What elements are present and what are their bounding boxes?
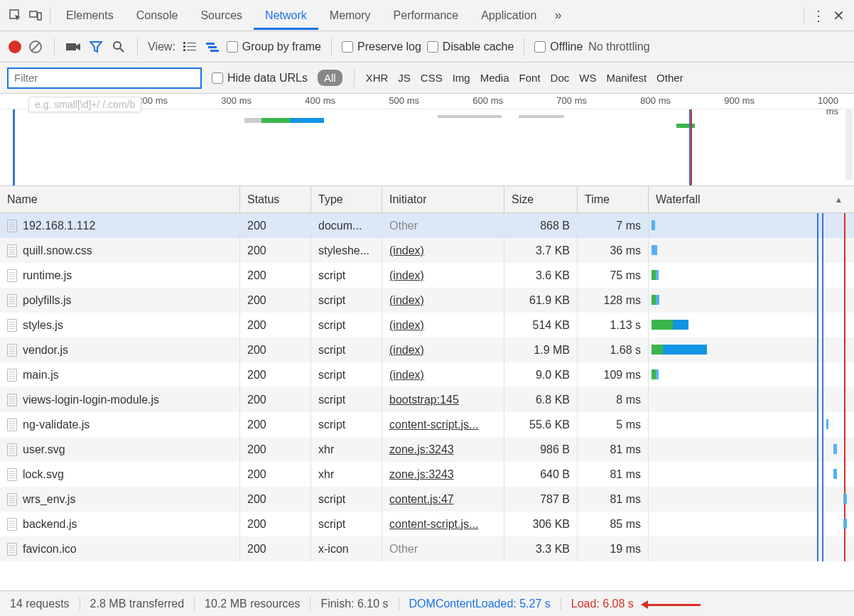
clear-icon[interactable] <box>27 38 44 55</box>
kebab-menu-icon[interactable]: ⋮ <box>809 6 828 26</box>
table-row[interactable]: ng-validate.js200scriptcontent-script.js… <box>0 412 854 437</box>
time-cell: 36 ms <box>578 238 649 263</box>
table-row[interactable]: favicon.ico200x-iconOther3.3 KB19 ms <box>0 536 854 561</box>
filter-media[interactable]: Media <box>480 70 509 85</box>
table-row[interactable]: main.js200script(index)9.0 KB109 ms <box>0 362 854 387</box>
request-name: runtime.js <box>23 269 72 282</box>
tab-memory[interactable]: Memory <box>318 1 382 30</box>
filter-other[interactable]: Other <box>656 70 683 85</box>
initiator-cell[interactable]: (index) <box>382 337 504 362</box>
filter-input[interactable] <box>7 67 202 89</box>
timeline-scrollbar[interactable] <box>845 109 853 180</box>
initiator-cell[interactable]: content.js:47 <box>382 487 504 512</box>
throttling-select[interactable]: No throttling <box>588 40 649 53</box>
tab-elements[interactable]: Elements <box>55 1 125 30</box>
group-by-frame-checkbox[interactable]: Group by frame <box>227 40 321 53</box>
tab-performance[interactable]: Performance <box>382 1 470 30</box>
waterfall-cell <box>649 362 854 387</box>
time-cell: 19 ms <box>578 536 649 561</box>
timeline-tick: 800 ms <box>640 95 671 106</box>
table-row[interactable]: 192.168.1.112200docum...Other868 B7 ms <box>0 213 854 238</box>
file-icon <box>7 468 17 481</box>
record-button[interactable] <box>9 40 21 53</box>
type-cell: script <box>311 387 382 412</box>
search-icon[interactable] <box>110 38 127 55</box>
size-cell: 868 B <box>504 213 578 238</box>
network-table-body: 192.168.1.112200docum...Other868 B7 msqu… <box>0 213 854 580</box>
table-row[interactable]: lock.svg200xhrzone.js:3243640 B81 ms <box>0 462 854 487</box>
table-row[interactable]: wrs_env.js200scriptcontent.js:47787 B81 … <box>0 487 854 512</box>
waterfall-view-icon[interactable] <box>204 38 221 55</box>
divider <box>50 7 50 24</box>
file-icon <box>7 443 17 456</box>
initiator-cell[interactable]: zone.js:3243 <box>382 437 504 462</box>
filter-all[interactable]: All <box>318 70 342 86</box>
disable-cache-checkbox[interactable]: Disable cache <box>427 40 514 53</box>
status-cell: 200 <box>240 487 311 512</box>
tab-network[interactable]: Network <box>254 1 318 30</box>
camera-icon[interactable] <box>65 38 82 55</box>
table-row[interactable]: runtime.js200script(index)3.6 KB75 ms <box>0 263 854 288</box>
initiator-cell[interactable]: bootstrap:145 <box>382 387 504 412</box>
initiator-cell[interactable]: zone.js:3243 <box>382 462 504 487</box>
time-cell: 109 ms <box>578 362 649 387</box>
col-waterfall[interactable]: Waterfall▲ <box>649 186 854 212</box>
inspect-icon[interactable] <box>6 6 26 26</box>
table-row[interactable]: user.svg200xhrzone.js:3243986 B81 ms <box>0 437 854 462</box>
request-name: 192.168.1.112 <box>23 220 95 232</box>
col-initiator[interactable]: Initiator <box>382 186 504 212</box>
time-cell: 81 ms <box>578 437 649 462</box>
col-status[interactable]: Status <box>240 186 311 212</box>
col-name[interactable]: Name <box>0 186 240 212</box>
table-row[interactable]: styles.js200script(index)514 KB1.13 s <box>0 313 854 337</box>
status-cell: 200 <box>240 238 311 263</box>
col-time[interactable]: Time <box>578 186 649 212</box>
hide-data-urls-checkbox[interactable]: Hide data URLs <box>212 72 308 85</box>
initiator-cell[interactable]: content-script.js... <box>382 512 504 536</box>
filter-css[interactable]: CSS <box>421 70 443 85</box>
status-cell: 200 <box>240 213 311 238</box>
table-row[interactable]: vendor.js200script(index)1.9 MB1.68 s <box>0 337 854 362</box>
waterfall-cell <box>649 238 854 263</box>
initiator-cell[interactable]: (index) <box>382 288 504 313</box>
more-tabs-icon[interactable]: » <box>548 6 568 26</box>
tab-console[interactable]: Console <box>125 1 190 30</box>
time-cell: 81 ms <box>578 487 649 512</box>
filter-doc[interactable]: Doc <box>551 70 570 85</box>
file-icon <box>7 394 17 406</box>
close-icon[interactable]: ✕ <box>828 6 848 26</box>
devtools-tabs: Elements Console Sources Network Memory … <box>0 0 854 31</box>
initiator-cell[interactable]: (index) <box>382 362 504 387</box>
initiator-cell[interactable]: (index) <box>382 313 504 337</box>
filter-js[interactable]: JS <box>398 70 411 85</box>
waterfall-cell <box>649 263 854 288</box>
timeline-overview[interactable]: 100 ms200 ms300 ms400 ms500 ms600 ms700 … <box>0 94 854 186</box>
filter-manifest[interactable]: Manifest <box>606 70 647 85</box>
table-row[interactable]: backend.js200scriptcontent-script.js...3… <box>0 512 854 536</box>
filter-xhr[interactable]: XHR <box>366 70 389 85</box>
tab-sources[interactable]: Sources <box>189 1 254 30</box>
preserve-log-checkbox[interactable]: Preserve log <box>342 40 421 53</box>
table-row[interactable]: polyfills.js200script(index)61.9 KB128 m… <box>0 288 854 313</box>
request-name: ng-validate.js <box>23 418 90 431</box>
col-size[interactable]: Size <box>504 186 578 212</box>
filter-img[interactable]: Img <box>453 70 470 85</box>
size-cell: 3.7 KB <box>504 238 578 263</box>
status-cell: 200 <box>240 387 311 412</box>
initiator-cell[interactable]: content-script.js... <box>382 412 504 437</box>
list-view-icon[interactable] <box>181 38 198 55</box>
tab-application[interactable]: Application <box>470 1 548 30</box>
filter-icon[interactable] <box>87 38 104 55</box>
filter-font[interactable]: Font <box>519 70 541 85</box>
initiator-cell[interactable]: (index) <box>382 238 504 263</box>
col-type[interactable]: Type <box>311 186 382 212</box>
filter-ws[interactable]: WS <box>579 70 596 85</box>
status-cell: 200 <box>240 462 311 487</box>
table-row[interactable]: quill.snow.css200styleshe...(index)3.7 K… <box>0 238 854 263</box>
status-cell: 200 <box>240 536 311 561</box>
device-toggle-icon[interactable] <box>26 6 45 26</box>
initiator-cell[interactable]: (index) <box>382 263 504 288</box>
offline-checkbox[interactable]: Offline <box>534 40 583 53</box>
table-row[interactable]: views-login-login-module.js200scriptboot… <box>0 387 854 412</box>
status-cell: 200 <box>240 288 311 313</box>
